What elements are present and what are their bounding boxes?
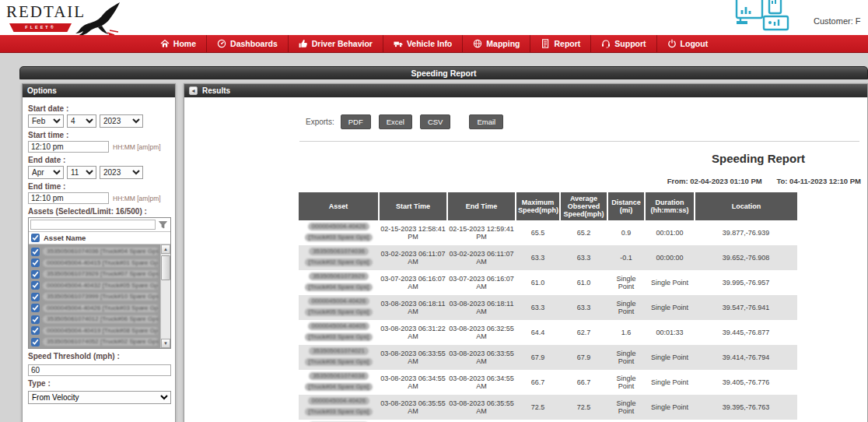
top-header: REDTAIL FLEET® Customer: F [0, 0, 868, 35]
end-month-select[interactable]: Apr [28, 166, 64, 179]
asset-cell[interactable]: 353505061074036[Truck#02 Spare Gps] [299, 245, 379, 270]
asset-checkbox[interactable] [31, 304, 40, 312]
asset-checkbox[interactable] [31, 281, 40, 290]
end-time-cell: 03-02-2023 06:11:07 AM [447, 245, 516, 270]
asset-name-redacted: 0000045004-40415 [Truck#01 Spare Gps] [43, 259, 159, 267]
nav-item-label: Vehicle Info [407, 39, 452, 48]
column-header-2: End Time [447, 192, 516, 220]
scroll-up-icon[interactable]: ▲ [161, 244, 170, 254]
redtail-logo[interactable]: REDTAIL FLEET® [6, 2, 131, 35]
start-month-select[interactable]: Feb [28, 114, 64, 128]
location-cell: 39.652,-76.908 [695, 245, 797, 270]
export-pdf-button[interactable]: PDF [341, 114, 371, 129]
asset-list-scrollbar[interactable]: ▲ ▼ [160, 244, 170, 348]
asset-cell[interactable]: 0000045004-40426[Truck#03 Spare Gps] [299, 220, 379, 245]
type-select[interactable]: From Velocity [28, 391, 171, 404]
asset-checkbox[interactable] [31, 315, 40, 324]
nav-item-driver-behavior[interactable]: Driver Behavior [288, 35, 383, 52]
export-csv-button[interactable]: CSV [420, 114, 451, 129]
asset-cell[interactable]: 353505061074038[Truck#04 Spare Gps] [299, 370, 379, 395]
date-range-to: To: 04-11-2023 12:10 PM [776, 177, 861, 185]
asset-list-item: 0000045004-40426 [Truck#03 Spare Gps] [31, 303, 159, 315]
scrollbar-thumb[interactable] [161, 255, 170, 280]
scroll-down-icon[interactable]: ▼ [161, 339, 170, 348]
asset-checkbox[interactable] [31, 248, 40, 256]
start-time-cell: 03-07-2023 06:16:07 AM [379, 270, 447, 295]
duration-cell: 00:01:33 [645, 320, 695, 345]
asset-list: 353505061074036 [Truck#04 Spare Gps]0000… [29, 244, 170, 348]
nav-item-label: Home [173, 39, 196, 48]
nav-item-report[interactable]: Report [530, 35, 590, 52]
avg-speed-cell: 63.3 [560, 295, 607, 320]
page-title: Speeding Report [19, 66, 868, 79]
asset-checkbox[interactable] [31, 270, 40, 279]
distance-cell: 0.9 [607, 220, 645, 245]
asset-list-item: 353505061074012 [Truck#06 Spare Gps] [31, 314, 159, 325]
nav-item-home[interactable]: Home [150, 35, 206, 52]
table-row: 353505061073929[Truck#04 Spare Gps]03-07… [299, 270, 797, 295]
asset-name-redacted: 0000045004-40426 [Truck#03 Spare Gps] [43, 304, 159, 312]
nav-item-mapping[interactable]: Mapping [462, 35, 530, 52]
asset-label-redacted: [Truck#03 Spare Gps] [305, 333, 373, 341]
start-time-cell: 02-15-2023 12:58:41 PM [379, 220, 447, 245]
asset-cell[interactable]: 0000045004-40426[Truck#03 Spare Gps] [299, 395, 379, 420]
table-row: 0000045004-40426[Truck#03 Spare Gps]02-1… [299, 220, 797, 245]
asset-serial-redacted: 353505061074021 [309, 347, 369, 355]
duration-cell: 00:00:00 [645, 245, 695, 270]
asset-filter-input[interactable] [30, 220, 156, 230]
asset-checkbox[interactable] [31, 326, 40, 335]
speed-threshold-input[interactable] [28, 364, 171, 376]
max-speed-cell: 72.5 [516, 395, 560, 420]
export-email-button[interactable]: Email [469, 114, 503, 129]
start-year-select[interactable]: 2023 [100, 114, 143, 128]
filter-funnel-icon[interactable] [159, 221, 167, 229]
distance-cell: -0.1 [607, 245, 645, 270]
nav-item-dashboards[interactable]: Dashboards [206, 35, 288, 52]
asset-checkbox[interactable] [31, 338, 40, 346]
end-time-cell: 02-15-2023 12:59:41 PM [447, 220, 516, 245]
column-header-1: Start Time [379, 192, 447, 220]
start-time-input[interactable] [28, 141, 109, 153]
end-year-select[interactable]: 2023 [100, 166, 143, 179]
asset-name-redacted: 353505061073929 [Truck#07 Spare Gps] [43, 270, 159, 278]
asset-cell[interactable]: 353505061073929[Truck#04 Spare Gps] [299, 270, 379, 295]
start-day-select[interactable]: 4 [67, 114, 96, 128]
asset-checkbox[interactable] [31, 293, 40, 301]
asset-cell[interactable]: 0000045004-40405[Truck#03 Spare Gps] [299, 320, 379, 345]
collapse-results-button[interactable]: ◂ [189, 86, 198, 95]
asset-cell[interactable]: 0000045004-40426[Truck#05 Spare Gps] [299, 295, 379, 320]
column-header-0: Asset [299, 192, 379, 220]
export-excel-button[interactable]: Excel [379, 114, 412, 129]
asset-label-redacted: [Truck#02 Spare Gps] [305, 258, 373, 266]
options-panel-header: Options [23, 84, 175, 97]
asset-checkbox[interactable] [31, 258, 40, 267]
nav-item-vehicle-info[interactable]: Vehicle Info [383, 35, 462, 52]
avg-speed-cell: 67.9 [560, 345, 607, 370]
start-time-cell: 03-08-2023 06:31:22 AM [379, 320, 447, 345]
nav-item-label: Driver Behavior [312, 39, 373, 48]
duration-cell: Single Point [645, 345, 695, 370]
results-panel: ◂ Results Exports: PDFExcelCSVEmail Spee… [184, 83, 868, 422]
options-panel: Options Start date : Feb 4 2023 Start ti… [22, 83, 176, 422]
nav-item-logout[interactable]: Logout [656, 35, 719, 52]
asset-list-item: 0000045004-40419 [Truck#08 Spare Gps] [31, 325, 159, 337]
asset-serial-redacted: 0000045004-40405 [308, 322, 369, 330]
table-row: 353505061074038[Truck#04 Spare Gps]03-08… [299, 370, 797, 395]
asset-serial-redacted: 0000045004-40426 [308, 223, 369, 230]
asset-serial-redacted: 353505061073929 [309, 273, 369, 280]
select-all-assets-checkbox[interactable] [31, 234, 40, 242]
asset-cell[interactable]: 353505061074021[Truck#06 Spare Gps] [299, 345, 379, 370]
end-time-input[interactable] [28, 192, 109, 204]
results-panel-header: ◂ Results [184, 84, 867, 97]
asset-name-redacted: 353505061074036 [Truck#04 Spare Gps] [43, 248, 159, 255]
asset-name-redacted: 353505061074012 [Truck#06 Spare Gps] [43, 315, 159, 323]
table-row: 0000045004-40426[Truck#05 Spare Gps]03-0… [299, 295, 797, 320]
location-cell: 39.395,-76.763 [695, 395, 797, 420]
end-day-select[interactable]: 11 [67, 166, 96, 179]
nav-item-support[interactable]: Support [590, 35, 656, 52]
asset-label-redacted: [Truck#03 Spare Gps] [305, 408, 373, 416]
avg-speed-cell: 65.2 [560, 220, 607, 245]
column-header-7: Location [695, 192, 797, 220]
start-time-format-hint: HH:MM [am|pm] [113, 143, 161, 151]
end-time-cell: 03-08-2023 06:18:11 AM [447, 295, 516, 320]
